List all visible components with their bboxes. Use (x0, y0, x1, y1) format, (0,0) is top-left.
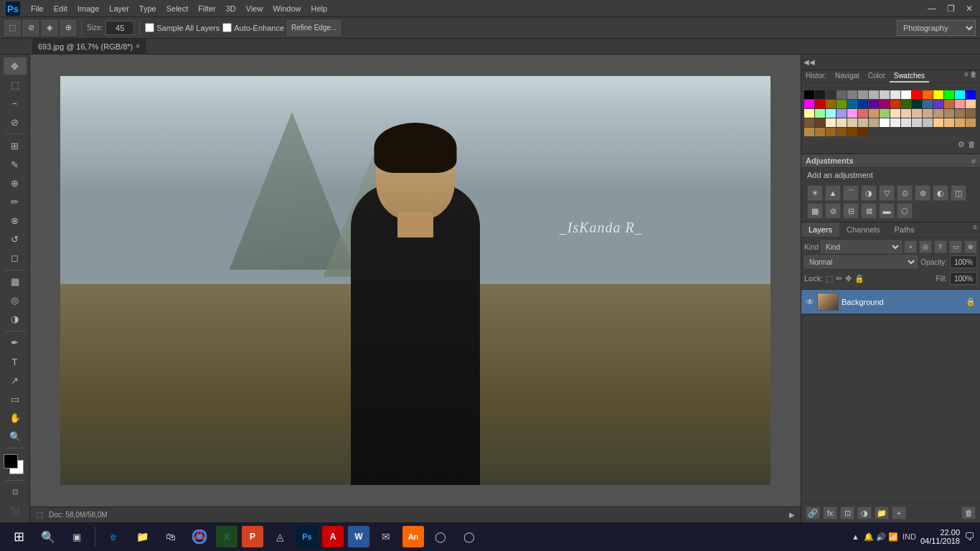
layer-filter-shape[interactable]: ▭ (949, 240, 962, 253)
swatch[interactable] (966, 118, 976, 127)
tab-navigator[interactable]: Navigat (831, 70, 864, 83)
foreground-color[interactable] (4, 454, 18, 468)
hand-tool[interactable]: ✋ (4, 409, 27, 426)
eraser-tool[interactable]: ◻ (4, 250, 27, 267)
swatch[interactable] (858, 118, 868, 127)
swatch[interactable] (815, 100, 825, 108)
start-button[interactable]: ⊞ (6, 524, 32, 550)
path-tool[interactable]: ↗ (4, 372, 27, 389)
channel-mixer-adjustment[interactable]: ▦ (807, 203, 823, 219)
swatch[interactable] (837, 90, 847, 99)
menu-edit[interactable]: Edit (49, 3, 72, 14)
swatch[interactable] (955, 90, 965, 99)
swatch[interactable] (847, 118, 857, 127)
layer-filter-smart[interactable]: ⊕ (964, 240, 977, 253)
swatch[interactable] (804, 109, 814, 118)
tab-color[interactable]: Color (864, 70, 890, 83)
layer-visibility-icon[interactable]: 👁 (806, 297, 814, 307)
quick-mask-tool[interactable]: ⊡ (4, 484, 27, 501)
swatch[interactable] (923, 109, 933, 118)
word-icon[interactable]: W (348, 526, 369, 547)
photoshop-icon[interactable]: Ps (296, 526, 318, 547)
unknown-icon1[interactable]: ◯ (428, 524, 453, 549)
minimize-button[interactable]: — (924, 1, 940, 17)
zoom-tool[interactable]: 🔍 (4, 428, 27, 445)
lock-all-icon[interactable]: 🔒 (854, 274, 864, 283)
lock-position-icon[interactable]: ✥ (845, 274, 852, 283)
auto-enhance-label[interactable]: Auto-Enhance (222, 23, 284, 32)
swatch[interactable] (933, 100, 943, 108)
swatch[interactable] (847, 128, 857, 136)
menu-image[interactable]: Image (72, 3, 105, 14)
swatch[interactable] (901, 118, 911, 127)
swatch[interactable] (858, 128, 868, 136)
task-view-button[interactable]: ▣ (65, 524, 89, 549)
notification-center[interactable]: 🗨 (964, 531, 974, 542)
black-white-adjustment[interactable]: ◐ (933, 185, 948, 201)
color-balance-adjustment[interactable]: ⊛ (915, 185, 930, 201)
swatch[interactable] (826, 109, 836, 118)
swatch[interactable] (890, 109, 900, 118)
swatch[interactable] (869, 118, 879, 127)
swatch[interactable] (890, 90, 900, 99)
hue-saturation-adjustment[interactable]: ⊙ (897, 185, 913, 201)
swatch[interactable] (955, 109, 965, 118)
swatch[interactable] (923, 118, 933, 127)
swatch[interactable] (837, 100, 847, 108)
blend-mode-select[interactable]: Normal Dissolve (804, 255, 918, 268)
history-brush-tool[interactable]: ↺ (4, 231, 27, 248)
menu-help[interactable]: Help (306, 3, 333, 14)
swatch[interactable] (847, 90, 857, 99)
delete-layer-btn[interactable]: 🗑 (961, 507, 976, 519)
swatch[interactable] (955, 100, 965, 108)
shape-tool[interactable]: ▭ (4, 390, 27, 408)
layers-settings-icon[interactable]: ≡ (973, 223, 977, 231)
crop-tool[interactable]: ⊞ (4, 137, 27, 154)
move-tool[interactable]: ✥ (4, 57, 27, 75)
swatch[interactable] (826, 128, 836, 136)
swatch[interactable] (880, 100, 890, 108)
blur-tool[interactable]: ◎ (4, 292, 27, 309)
tab-close[interactable]: × (136, 42, 140, 50)
layer-background[interactable]: 👁 Background 🔒 (801, 290, 980, 314)
swatch[interactable] (804, 128, 814, 136)
add-mask-btn[interactable]: ⊡ (840, 507, 854, 519)
selective-color-adjustment[interactable]: ⬡ (897, 203, 913, 219)
menu-file[interactable]: File (26, 3, 49, 14)
sample-all-layers-label[interactable]: Sample All Layers (145, 23, 220, 32)
swatch[interactable] (869, 100, 879, 108)
swatch[interactable] (869, 109, 879, 118)
color-selector[interactable] (4, 454, 27, 474)
swatch[interactable] (912, 118, 922, 127)
new-doc-icon[interactable]: ⬚ (36, 510, 43, 519)
swatch[interactable] (826, 100, 836, 108)
swatch[interactable] (966, 109, 976, 118)
swatch[interactable] (826, 118, 836, 127)
marquee-tool[interactable]: ⬚ (4, 76, 27, 93)
swatch[interactable] (815, 90, 825, 99)
swatch[interactable] (955, 118, 965, 127)
tab-swatches[interactable]: Swatches (890, 70, 929, 83)
healing-tool[interactable]: ⊕ (4, 174, 27, 192)
invert-adjustment[interactable]: ⊘ (825, 203, 841, 219)
adjustments-settings[interactable]: ≡ (971, 157, 976, 165)
eyedropper-tool[interactable]: ✎ (4, 156, 27, 173)
swatch[interactable] (815, 109, 825, 118)
show-hidden-icons[interactable]: ▲ (852, 532, 859, 541)
canvas-area[interactable]: _IsKanda R_ (30, 55, 801, 507)
swatch-settings-icon[interactable]: ⚙ (958, 140, 965, 149)
menu-select[interactable]: Select (161, 3, 194, 14)
tab-paths[interactable]: Paths (887, 222, 922, 237)
swatch-add-icon[interactable]: 🗑 (968, 140, 976, 149)
text-tool[interactable]: T (4, 353, 27, 370)
search-button[interactable]: 🔍 (36, 524, 60, 549)
opacity-input[interactable]: 100% (950, 255, 977, 268)
stamp-tool[interactable]: ⊗ (4, 212, 27, 230)
swatch[interactable] (869, 90, 879, 99)
swatch[interactable] (912, 109, 922, 118)
new-layer-btn[interactable]: + (892, 507, 906, 519)
brush-tool[interactable]: ⊘ (23, 20, 39, 36)
swatch[interactable] (880, 90, 890, 99)
levels-adjustment[interactable]: ▲ (825, 185, 841, 201)
add-style-btn[interactable]: fx (823, 507, 837, 519)
